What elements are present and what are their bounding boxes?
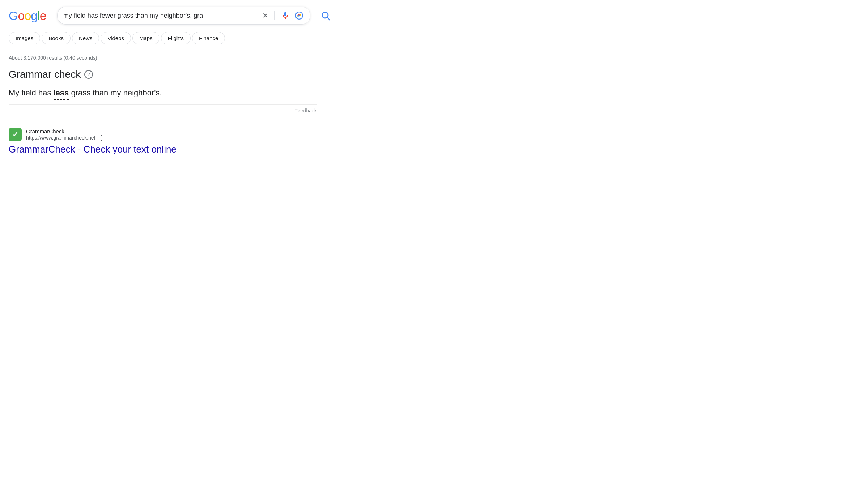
nav-tabs: Images Books News Videos Maps Flights Fi… xyxy=(0,29,868,48)
svg-line-3 xyxy=(327,17,329,20)
grammar-separator xyxy=(9,104,317,105)
sentence-before: My field has xyxy=(9,88,54,97)
search-bar: my field has fewer grass than my neighbo… xyxy=(57,7,310,25)
feedback-link[interactable]: Feedback xyxy=(295,108,317,114)
logo-letter-o2: o xyxy=(24,9,31,22)
tab-images[interactable]: Images xyxy=(9,32,40,44)
correction-text: less xyxy=(54,88,69,97)
grammar-title-text: Grammar check xyxy=(9,69,81,80)
search-result: ✓ GrammarCheck https://www.grammarcheck.… xyxy=(0,121,326,159)
favicon-check-icon: ✓ xyxy=(12,130,18,139)
search-icons xyxy=(280,10,304,21)
tab-finance[interactable]: Finance xyxy=(192,32,225,44)
result-menu-button[interactable]: ⋮ xyxy=(98,134,105,141)
result-source: ✓ GrammarCheck https://www.grammarcheck.… xyxy=(9,128,317,141)
grammar-correction: less xyxy=(54,87,69,99)
result-url: https://www.grammarcheck.net xyxy=(26,135,95,141)
header: Google my field has fewer grass than my … xyxy=(0,0,868,29)
logo-letter-g2: g xyxy=(31,9,37,22)
tab-maps[interactable]: Maps xyxy=(132,32,159,44)
tab-flights[interactable]: Flights xyxy=(161,32,191,44)
logo-letter-e: e xyxy=(40,9,46,22)
logo-letter-g: G xyxy=(9,9,18,22)
search-input[interactable]: my field has fewer grass than my neighbo… xyxy=(63,12,258,20)
lens-icon[interactable] xyxy=(294,10,304,21)
sentence-after: grass than my neighbor's. xyxy=(69,88,162,97)
svg-point-1 xyxy=(298,15,300,17)
tab-books[interactable]: Books xyxy=(42,32,71,44)
result-site-name: GrammarCheck xyxy=(26,128,105,134)
search-bar-wrapper: my field has fewer grass than my neighbo… xyxy=(57,7,310,25)
mic-icon[interactable] xyxy=(280,10,290,21)
feedback-row: Feedback xyxy=(9,108,317,114)
result-title-link[interactable]: GrammarCheck - Check your text online xyxy=(9,144,176,155)
google-logo[interactable]: Google xyxy=(9,9,46,23)
grammar-check-box: Grammar check ? My field has less grass … xyxy=(0,65,326,121)
clear-button[interactable]: ✕ xyxy=(262,11,268,20)
result-source-info: GrammarCheck https://www.grammarcheck.ne… xyxy=(26,128,105,141)
grammar-info-icon[interactable]: ? xyxy=(84,70,93,79)
search-button[interactable] xyxy=(320,10,331,21)
tab-videos[interactable]: Videos xyxy=(101,32,131,44)
results-info: About 3,170,000 results (0.40 seconds) xyxy=(0,48,868,65)
logo-letter-o1: o xyxy=(18,9,24,22)
tab-news[interactable]: News xyxy=(72,32,99,44)
search-divider xyxy=(274,11,275,20)
result-url-row: https://www.grammarcheck.net ⋮ xyxy=(26,134,105,141)
result-favicon: ✓ xyxy=(9,128,22,141)
grammar-title: Grammar check ? xyxy=(9,69,317,80)
grammar-sentence: My field has less grass than my neighbor… xyxy=(9,87,317,99)
